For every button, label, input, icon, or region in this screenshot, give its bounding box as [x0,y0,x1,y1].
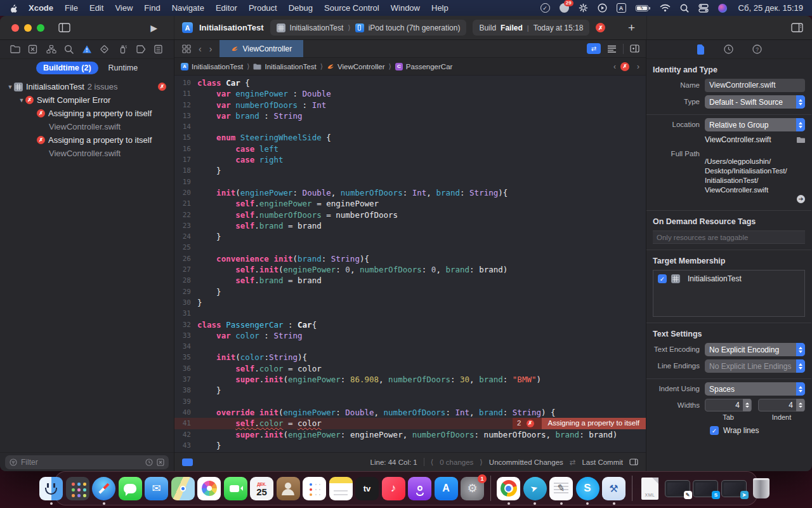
code-line[interactable]: 29 } [174,286,646,297]
dock-appletv-icon[interactable]: tv [355,477,379,500]
forward-button[interactable]: › [209,44,213,54]
code-line[interactable]: 44 [174,451,646,452]
issue-tree-row[interactable]: ✗Assigning a property to itself [0,133,174,147]
dock-contacts-icon[interactable] [277,477,300,500]
code-line[interactable]: 28 self.brand = brand [174,275,646,286]
code-line[interactable]: 20 init(enginePower: Double, numberOfDoo… [174,187,646,198]
code-line[interactable]: 33 var color : String [174,330,646,341]
help-inspector-tab-icon[interactable]: ? [752,44,762,54]
changes-forward-chevron[interactable]: ⟩ [480,458,483,467]
siri-icon[interactable] [718,3,727,14]
code-line[interactable]: 12 var numberOfDoors : Int [174,100,646,110]
menu-edit[interactable]: Edit [89,3,103,13]
open-path-arrow-icon[interactable]: ➔ [797,195,805,203]
menu-window[interactable]: Window [391,3,420,13]
changes-back-chevron[interactable]: ⟨ [431,458,434,467]
editor-tab-viewcontroller[interactable]: ViewController [219,40,303,57]
dock-textedit-icon[interactable]: ✎ [549,477,573,500]
compare-icon[interactable]: ⇄ [570,458,576,467]
source-control-navigator-icon[interactable] [28,44,38,54]
dock-skype-icon[interactable]: S [576,477,599,500]
code-line[interactable]: 24 } [174,231,646,242]
menu-editor[interactable]: Editor [216,3,237,13]
add-tab-button[interactable]: + [624,21,639,35]
menu-product[interactable]: Product [249,3,277,13]
code-line[interactable]: 38 } [174,385,646,396]
dock-launchpad-icon[interactable] [66,477,89,500]
breadcrumb-initialisationtest[interactable]: AInitialisationTest [181,63,243,70]
issue-tree-row[interactable]: ✗Assigning a property to itself [0,107,174,120]
issue-tree-row[interactable]: ▼✗Swift Compiler Error [0,93,174,107]
dock-safari-icon[interactable] [92,477,115,500]
editor-mode-icon[interactable] [629,458,638,465]
code-line[interactable]: 31 [174,308,646,319]
code-line[interactable]: 43 } [174,440,646,451]
project-navigator-icon[interactable] [10,44,20,54]
dock-xml-file-icon[interactable]: XML [638,477,662,500]
related-items-icon[interactable] [182,44,191,53]
dock-finder-icon[interactable] [39,477,63,500]
dock-settings-icon[interactable]: ⚙1 [461,477,484,500]
code-line[interactable]: 40 override init(enginePower: Double, nu… [174,407,646,418]
battery-icon[interactable]: ϟ [636,3,650,14]
next-issue-chevron[interactable]: › [637,62,639,71]
menu-source-control[interactable]: Source Control [324,3,379,13]
code-line[interactable]: 17 case right [174,154,646,165]
dock-calendar-icon[interactable]: ДЕК.25 [250,477,273,500]
find-navigator-icon[interactable] [64,44,74,54]
code-line[interactable]: 37 super.init(enginePower: 86.908, numbe… [174,374,646,385]
dock-music-icon[interactable]: ♪ [382,477,405,500]
toggle-inspector-icon[interactable] [791,23,803,32]
dock-mail-icon[interactable]: ✉ [145,477,168,500]
line-endings-popup[interactable]: No Explicit Line Endings [705,359,805,373]
code-line[interactable]: 35 init(color:String){ [174,352,646,363]
shortcuts-icon[interactable]: ✓ [540,3,550,14]
code-line[interactable]: 21 self.enginePower = enginePower [174,198,646,209]
dock-messages-icon[interactable] [119,477,142,500]
issue-navigator-icon[interactable] [82,44,92,54]
symbol-navigator-icon[interactable] [46,44,56,54]
type-popup[interactable]: Default - Swift Source [705,95,805,109]
history-inspector-tab-icon[interactable] [724,44,733,54]
report-navigator-icon[interactable] [154,44,164,54]
choose-folder-icon[interactable] [796,137,805,144]
uncommitted-changes-label[interactable]: Uncommitted Changes [489,458,563,466]
target-checkbox[interactable]: ✓ [658,274,667,283]
dock-facetime-icon[interactable] [224,477,247,500]
tab-buildtime[interactable]: Buildtime (2) [36,62,98,74]
dock-telegram-icon[interactable]: ➤ [523,477,547,500]
code-line[interactable]: 25 [174,242,646,253]
code-line[interactable]: 32class PassengerCar : Car{ [174,319,646,330]
add-editor-icon[interactable] [630,44,639,53]
spotlight-icon[interactable] [680,3,689,14]
clear-filter-icon[interactable] [157,458,164,466]
dock-notes-icon[interactable] [329,477,353,500]
activity-view[interactable]: Build Failed | Today at 15:18 [473,20,589,36]
back-button[interactable]: ‹ [199,44,202,54]
code-line[interactable]: 39 [174,396,646,407]
pinwheel-icon[interactable] [579,3,588,14]
build-error-badge[interactable]: ✗ [596,23,605,32]
menu-navigate[interactable]: Navigate [172,3,204,13]
debug-navigator-icon[interactable] [118,44,128,54]
screen-record-icon[interactable] [598,3,607,14]
odrt-tags-field[interactable]: Only resources are taggable [653,231,805,244]
apple-menu-icon[interactable] [9,3,18,13]
indent-using-popup[interactable]: Spaces [705,382,805,396]
code-line[interactable]: 36 self.color = color [174,363,646,374]
scheme-selector[interactable]: InitialisationTest ⟩ iPod touch (7th gen… [270,20,467,36]
menu-view[interactable]: View [115,3,133,13]
wrap-lines-checkbox[interactable]: ✓ [710,426,719,435]
text-encoding-popup[interactable]: No Explicit Encoding [705,343,805,356]
breakpoint-navigator-icon[interactable] [136,44,146,54]
issue-tree-row[interactable]: ▼InitialisationTest2 issues✗ [0,80,174,93]
menu-file[interactable]: File [65,3,78,13]
breadcrumb-viewcontroller[interactable]: ViewController [327,63,385,70]
toggle-navigator-icon[interactable] [58,23,70,32]
test-navigator-icon[interactable] [100,44,110,54]
dock-reminders-icon[interactable] [303,477,326,500]
menu-help[interactable]: Help [431,3,449,13]
code-line[interactable]: 18 } [174,165,646,176]
close-window-button[interactable] [11,24,19,32]
code-review-button[interactable]: ⇄ [587,43,601,54]
